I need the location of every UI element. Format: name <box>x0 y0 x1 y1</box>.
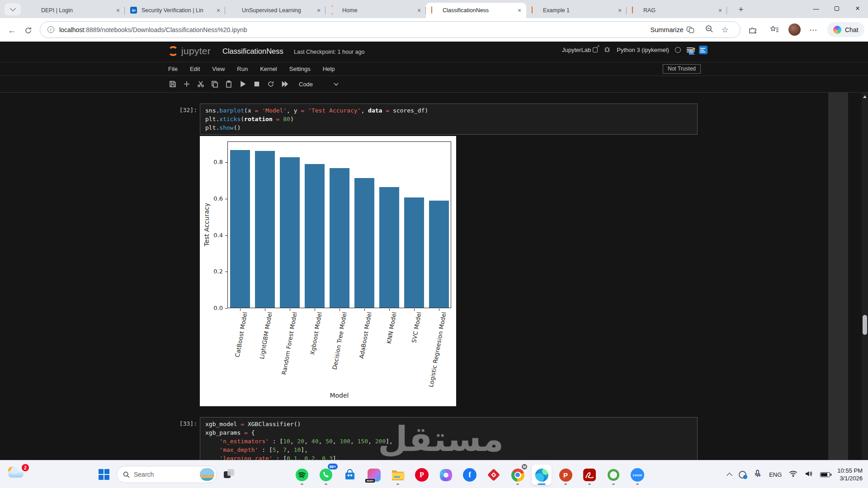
menu-edit[interactable]: Edit <box>190 66 200 72</box>
tab-close-icon[interactable]: × <box>716 6 724 14</box>
back-icon[interactable]: ← <box>5 24 18 37</box>
trust-status-badge[interactable]: Not Trusted <box>663 64 701 74</box>
whatsapp-taskbar-icon[interactable]: 99+ <box>319 465 333 485</box>
summarize-button[interactable]: Summarize <box>651 26 694 33</box>
green-ring-app-taskbar-icon[interactable] <box>606 465 621 485</box>
kernel-name[interactable]: Python 3 (ipykernel) <box>617 47 669 53</box>
x-tick-mark <box>315 309 315 311</box>
jupyter-notebook-favicon <box>632 7 639 14</box>
spotify-taskbar-icon[interactable] <box>295 465 309 485</box>
menu-view[interactable]: View <box>212 66 225 72</box>
restart-run-all-icon[interactable] <box>279 79 290 89</box>
facebook-taskbar-icon[interactable]: f <box>462 465 477 485</box>
address-bar[interactable]: i localhost:8889/notebooks/Downloads/Cla… <box>40 21 741 38</box>
hidden-icons-chevron[interactable] <box>726 473 732 479</box>
cut-icon[interactable] <box>195 79 206 89</box>
save-icon[interactable] <box>167 79 178 89</box>
language-indicator[interactable]: ENG <box>769 471 782 478</box>
tab-classificationness[interactable]: ClassificationNess × <box>426 3 526 18</box>
wifi-icon[interactable] <box>789 470 797 479</box>
battery-charging-icon[interactable] <box>820 472 830 477</box>
tab-close-icon[interactable]: × <box>315 6 323 14</box>
debugger-bug-icon[interactable] <box>604 46 611 54</box>
edge-taskbar-icon[interactable] <box>532 465 552 485</box>
tab-rag[interactable]: RAG × <box>627 3 727 18</box>
start-button[interactable] <box>99 469 110 480</box>
clock[interactable]: 10:55 PM 3/1/2026 <box>837 467 863 482</box>
chat-button[interactable]: Chat <box>827 22 864 37</box>
new-tab-button[interactable]: + <box>734 4 748 15</box>
ms-loop-taskbar-icon[interactable] <box>439 465 453 485</box>
code-cell-input[interactable]: sns.barplot(x = 'Model', y = 'Test Accur… <box>200 103 698 135</box>
tab-search-chevron-icon[interactable] <box>5 3 21 15</box>
copilot-tray-icon[interactable]: i <box>739 471 746 479</box>
restart-icon[interactable] <box>265 79 276 89</box>
browser-essentials-icon[interactable] <box>747 24 759 36</box>
run-icon[interactable] <box>237 79 248 89</box>
tab-close-icon[interactable]: × <box>415 6 423 14</box>
menu-kernel[interactable]: Kernel <box>260 66 277 72</box>
table-of-contents-icon[interactable] <box>699 46 708 54</box>
search-daily-image[interactable] <box>200 468 214 481</box>
tab-example-1[interactable]: Example 1 × <box>526 3 627 18</box>
tab-depi-login[interactable]: DEPI | Login × <box>24 3 125 18</box>
task-view-button[interactable] <box>224 469 235 480</box>
file-explorer-taskbar-icon[interactable] <box>391 465 405 485</box>
scrollbar-thumb[interactable] <box>863 315 867 335</box>
x-tick-mark <box>340 309 340 311</box>
menu-settings[interactable]: Settings <box>289 66 311 72</box>
powerpoint-taskbar-icon[interactable]: P <box>558 465 573 485</box>
tray-time: 10:55 PM <box>837 467 863 474</box>
menu-file[interactable]: File <box>168 66 178 72</box>
tab-close-icon[interactable]: × <box>515 6 524 14</box>
more-menu-icon[interactable]: ⋯ <box>807 24 819 36</box>
maximize-button[interactable] <box>826 0 847 17</box>
linkedin-favicon: in <box>130 7 137 14</box>
notebook-scroll-area[interactable]: [32]: sns.barplot(x = 'Model', y = 'Test… <box>0 93 862 460</box>
ms-store-taskbar-icon[interactable] <box>343 465 357 485</box>
zoom-taskbar-icon[interactable]: zoom <box>630 465 645 485</box>
jupyter-logo[interactable]: jupyter <box>168 46 211 56</box>
m365-copilot-taskbar-icon[interactable]: M365 <box>367 465 381 485</box>
menu-help[interactable]: Help <box>323 66 335 72</box>
volume-icon[interactable] <box>805 470 813 479</box>
pinterest-taskbar-icon[interactable]: P <box>415 465 429 485</box>
stop-icon[interactable] <box>251 79 262 89</box>
paste-icon[interactable] <box>223 79 234 89</box>
x-tick-mark <box>290 309 290 311</box>
zoom-out-icon[interactable] <box>705 25 713 35</box>
menu-run[interactable]: Run <box>237 66 248 72</box>
close-button[interactable]: × <box>847 0 868 17</box>
tab-close-icon[interactable]: × <box>616 6 624 14</box>
copy-icon[interactable] <box>209 79 220 89</box>
notebook-title[interactable]: ClassificationNess <box>222 47 283 56</box>
search-box[interactable]: Search <box>117 466 217 483</box>
tab-close-icon[interactable]: × <box>114 6 122 14</box>
weather-widget[interactable]: 2 <box>7 466 28 483</box>
browser-scrollbar[interactable] <box>862 93 868 460</box>
browser-tab-strip: DEPI | Login ×in Security Verification |… <box>0 0 868 18</box>
tab-unsupervised-learning[interactable]: UnSupervised Learning × <box>225 3 326 18</box>
favorites-bar-icon[interactable] <box>769 24 780 36</box>
add-cell-icon[interactable] <box>181 79 192 89</box>
chrome-taskbar-icon[interactable]: M <box>510 465 525 485</box>
red-diamond-app-taskbar-icon[interactable] <box>486 465 501 485</box>
site-info-icon[interactable]: i <box>47 26 54 33</box>
watermark-arabic: مستقل <box>378 419 504 459</box>
microphone-icon[interactable] <box>754 469 762 479</box>
tab-home[interactable]: Home × <box>326 3 426 18</box>
url-text[interactable]: localhost:8889/notebooks/Downloads/Class… <box>59 26 247 33</box>
refresh-icon[interactable] <box>22 24 34 37</box>
search-placeholder: Search <box>134 471 196 478</box>
hamburger-menu-icon[interactable] <box>687 47 693 53</box>
profile-avatar[interactable] <box>788 23 801 36</box>
minimize-button[interactable]: — <box>806 0 826 17</box>
tab-close-icon[interactable]: × <box>214 6 222 14</box>
m-badge: M <box>521 463 528 470</box>
favorite-star-icon[interactable]: ☆ <box>722 25 729 35</box>
tab-security-verification-lin[interactable]: in Security Verification | Lin × <box>125 3 225 18</box>
jupyterlab-link[interactable]: JupyterLab <box>562 47 598 53</box>
acrobat-taskbar-icon[interactable] <box>582 465 597 485</box>
cell-type-dropdown[interactable]: Code <box>299 81 339 88</box>
scrollbar-up-arrow-icon[interactable] <box>863 95 867 98</box>
